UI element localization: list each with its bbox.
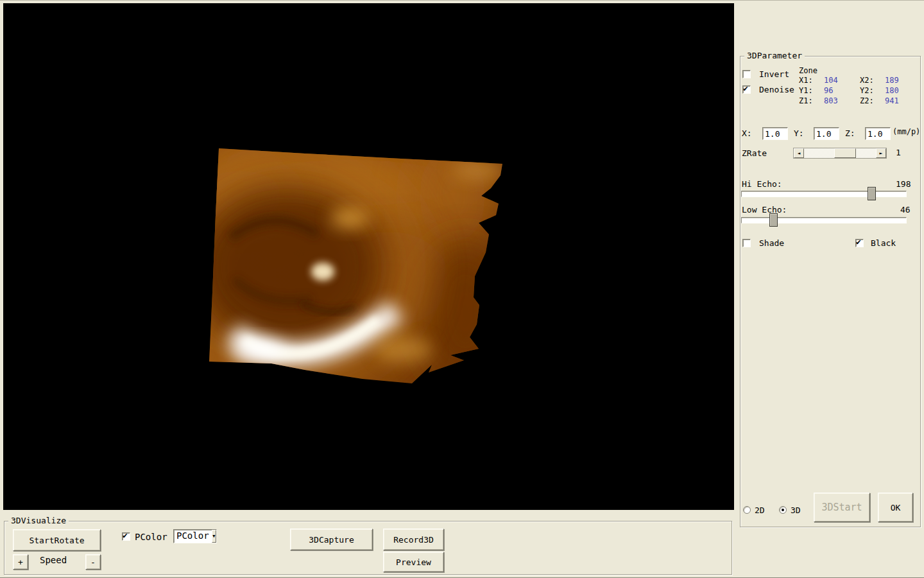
zone-y1-value: 96 [824,86,833,95]
scale-z-input[interactable] [865,127,891,140]
3dcapture-button[interactable]: 3DCapture [290,529,373,550]
zone-x1-label: X1: [799,76,813,85]
pcolor-label: PColor [135,532,167,542]
zrate-thumb[interactable] [834,148,856,158]
zone-x1-value: 104 [824,76,838,85]
start3d-button[interactable]: 3DStart [814,493,870,522]
scale-y-input[interactable] [814,127,839,140]
pcolor-checkbox[interactable]: ✔ [122,532,130,541]
denoise-label: Denoise [759,85,794,94]
app-window: 3DParameter ✔ Invert ✔ Denoise Zone X1: … [0,0,924,578]
low-echo-label: Low Echo: [742,205,787,215]
zone-z2-value: 941 [885,96,899,105]
check-icon: ✔ [743,84,748,92]
hi-echo-thumb[interactable] [868,187,876,200]
zone-y2-value: 180 [885,86,899,95]
parameter-group-title: 3DParameter [744,51,805,61]
zrate-label: ZRate [742,148,767,158]
scale-x-input[interactable] [762,127,788,140]
chevron-down-icon[interactable]: ▼ [212,530,216,543]
radio-2d-label: 2D [755,505,765,515]
visualize-group-title: 3DVisualize [8,516,69,526]
hi-echo-track[interactable] [741,191,907,197]
render-viewport[interactable] [3,3,734,510]
denoise-checkbox[interactable]: ✔ [742,85,751,94]
scale-y-label: Y: [794,128,804,138]
preview-button[interactable]: Preview [383,552,444,572]
zone-x2-label: X2: [860,76,874,85]
shade-checkbox[interactable]: ✔ [742,239,751,247]
scroll-right-arrow-icon[interactable]: ► [876,148,886,158]
hi-echo-value: 198 [896,179,911,189]
ok-button[interactable]: OK [878,493,913,522]
invert-checkbox[interactable]: ✔ [742,70,751,78]
scroll-left-arrow-icon[interactable]: ◄ [794,148,804,158]
scale-unit-label: (mm/p) [893,127,920,136]
pcolor-dropdown[interactable]: PColor ▼ [173,529,217,543]
black-checkbox[interactable]: ✔ [855,239,864,247]
ultrasound-render [3,3,734,510]
record3d-button[interactable]: Record3D [383,529,444,550]
radio-3d-label: 3D [791,505,801,515]
black-label: Black [871,238,896,248]
invert-label: Invert [759,69,789,79]
zone-y2-label: Y2: [860,86,874,95]
radio-2d[interactable] [743,506,751,514]
zrate-value: 1 [896,148,901,157]
zone-z1-value: 803 [824,96,838,105]
speed-minus-button[interactable]: - [85,554,101,570]
zrate-scrollbar[interactable]: ◄ ► [793,148,887,159]
speed-label: Speed [40,555,67,565]
speed-plus-button[interactable]: + [13,554,28,570]
low-echo-thumb[interactable] [769,213,778,227]
scale-z-label: Z: [845,128,855,138]
pcolor-dropdown-value: PColor [174,530,212,543]
zone-z2-label: Z2: [860,96,874,105]
shade-label: Shade [759,238,784,248]
zrate-track[interactable] [804,148,876,158]
zone-z1-label: Z1: [799,96,813,105]
zone-title: Zone [799,66,817,75]
low-echo-value: 46 [900,205,911,215]
zone-y1-label: Y1: [799,86,813,95]
hi-echo-label: Hi Echo: [742,179,782,189]
check-icon: ✔ [856,238,861,246]
zone-x2-value: 189 [885,76,899,85]
start-rotate-button[interactable]: StartRotate [13,529,101,551]
check-icon: ✔ [123,531,128,539]
radio-3d[interactable] [779,506,787,514]
low-echo-track[interactable] [741,217,907,223]
scale-x-label: X: [742,128,752,138]
